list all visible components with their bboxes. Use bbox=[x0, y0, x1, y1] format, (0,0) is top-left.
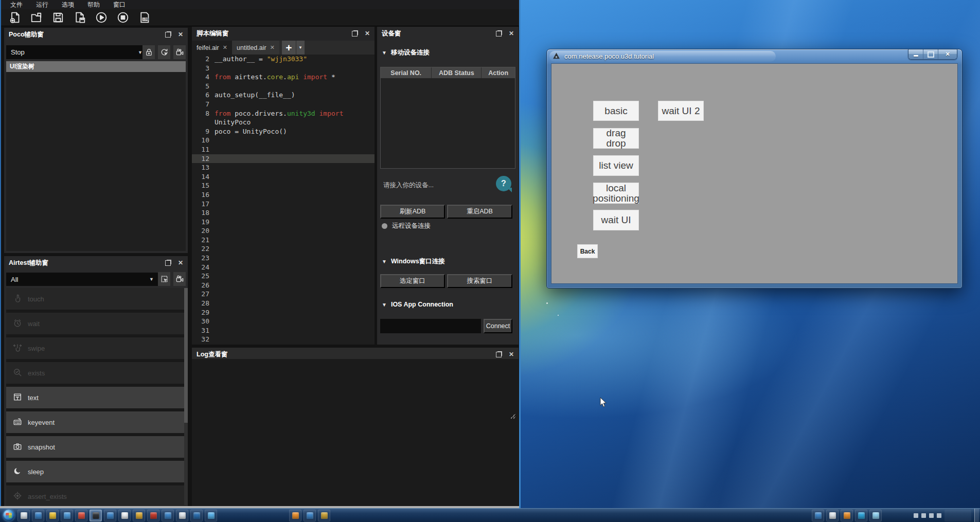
float-panel-icon[interactable] bbox=[165, 260, 171, 266]
windows-connection-section[interactable]: ▼ Windows窗口连接 bbox=[382, 257, 445, 266]
float-panel-icon[interactable] bbox=[496, 352, 502, 357]
view-log-icon[interactable]: LOG bbox=[137, 11, 151, 25]
window-titlebar[interactable]: com.netease.poco.u3d.tutorial ✕ bbox=[547, 49, 962, 63]
menu-item-5[interactable]: 窗口 bbox=[107, 1, 133, 9]
new-tab-caret-icon[interactable]: ▼ bbox=[296, 41, 305, 55]
airtest-action-snapshot[interactable]: snapshot bbox=[6, 436, 186, 458]
stop-script-icon[interactable] bbox=[116, 11, 130, 25]
menu-item-3[interactable]: 选项 bbox=[56, 1, 81, 9]
select-window-button[interactable]: 选定窗口 bbox=[380, 274, 445, 288]
radio-icon[interactable] bbox=[382, 223, 387, 229]
maximize-button[interactable] bbox=[923, 49, 938, 59]
taskbar-app-icon[interactable] bbox=[869, 510, 882, 521]
taskbar-app-icon[interactable] bbox=[812, 510, 824, 521]
mobile-connection-section[interactable]: ▼ 移动设备连接 bbox=[382, 48, 430, 57]
taskbar-app-icon[interactable] bbox=[118, 510, 131, 521]
airtest-action-keyevent[interactable]: keyevent bbox=[6, 411, 186, 433]
tray-icon[interactable] bbox=[921, 513, 926, 518]
tray-icon[interactable] bbox=[937, 513, 941, 518]
save-as-icon[interactable] bbox=[73, 11, 86, 25]
taskbar-app-icon[interactable] bbox=[318, 510, 330, 521]
resize-grip[interactable] bbox=[510, 413, 515, 419]
close-panel-icon[interactable]: ✕ bbox=[178, 260, 183, 266]
save-icon[interactable] bbox=[51, 11, 65, 25]
new-tab-button[interactable]: + bbox=[282, 41, 296, 55]
menu-item-2[interactable]: 运行 bbox=[30, 1, 56, 9]
taskbar-app-icon[interactable] bbox=[176, 510, 188, 521]
close-panel-icon[interactable]: ✕ bbox=[509, 351, 514, 357]
taskbar-app-icon[interactable] bbox=[90, 510, 102, 521]
taskbar-app-icon[interactable] bbox=[75, 510, 87, 521]
editor-tab-feifei.air[interactable]: feifei.air✕ bbox=[192, 41, 232, 55]
new-script-icon[interactable] bbox=[8, 11, 22, 25]
tray-icon[interactable] bbox=[929, 513, 934, 518]
taskbar-app-icon[interactable] bbox=[104, 510, 116, 521]
ios-connection-section[interactable]: ▼ IOS App Connection bbox=[382, 301, 453, 308]
taskbar-app-icon[interactable] bbox=[205, 510, 217, 521]
record-camera-icon[interactable] bbox=[173, 272, 186, 286]
close-button[interactable]: ✕ bbox=[938, 49, 957, 59]
taskbar-app-icon[interactable] bbox=[162, 510, 174, 521]
close-panel-icon[interactable]: ✕ bbox=[178, 31, 183, 38]
taskbar-app-icon[interactable] bbox=[841, 510, 853, 521]
taskbar-app-icon[interactable] bbox=[46, 510, 59, 521]
minimize-button[interactable] bbox=[908, 49, 923, 59]
close-panel-icon[interactable]: ✕ bbox=[365, 30, 370, 37]
taskbar-app-icon[interactable] bbox=[289, 510, 301, 521]
run-script-icon[interactable] bbox=[94, 11, 108, 25]
poco-mode-select[interactable]: Stop ▼ bbox=[6, 45, 147, 59]
app-button-wait-UI[interactable]: wait UI bbox=[593, 210, 639, 230]
code-line: 23 bbox=[192, 254, 375, 263]
taskbar-app-icon[interactable] bbox=[304, 510, 316, 521]
code-line: 3 bbox=[192, 64, 375, 73]
ui-tree-body[interactable] bbox=[6, 72, 186, 251]
refresh-adb-button[interactable]: 刷新ADB bbox=[380, 205, 445, 219]
tab-close-icon[interactable]: ✕ bbox=[270, 44, 275, 51]
app-button-basic[interactable]: basic bbox=[593, 101, 639, 121]
help-icon[interactable]: ? bbox=[496, 176, 511, 191]
lock-icon[interactable] bbox=[142, 45, 155, 59]
airtest-filter-select[interactable]: All ▼ bbox=[6, 273, 158, 286]
log-output-area[interactable] bbox=[192, 359, 519, 506]
restart-adb-button[interactable]: 重启ADB bbox=[447, 205, 512, 219]
taskbar-app-icon[interactable] bbox=[826, 510, 839, 521]
inspector-refresh-icon[interactable] bbox=[158, 45, 170, 59]
app-button-local-positioning[interactable]: local positioning bbox=[593, 183, 639, 204]
float-panel-icon[interactable] bbox=[165, 32, 171, 38]
editor-tab-untitled.air[interactable]: untitled.air✕ bbox=[232, 41, 279, 55]
taskbar-app-icon[interactable] bbox=[147, 510, 159, 521]
record-camera-icon[interactable] bbox=[173, 45, 186, 59]
app-button-wait-UI-2[interactable]: wait UI 2 bbox=[658, 101, 704, 121]
ios-address-input[interactable] bbox=[380, 319, 481, 333]
airtest-action-sleep[interactable]: sleep bbox=[6, 461, 186, 482]
taskbar-app-icon[interactable] bbox=[133, 510, 145, 521]
taskbar-app-icon[interactable] bbox=[190, 510, 203, 521]
tab-close-icon[interactable]: ✕ bbox=[223, 44, 227, 51]
back-button[interactable]: Back bbox=[577, 244, 598, 258]
tray-icon[interactable] bbox=[914, 513, 918, 518]
app-button-list-view[interactable]: list view bbox=[593, 155, 639, 176]
close-panel-icon[interactable]: ✕ bbox=[509, 30, 514, 37]
action-label: wait bbox=[28, 320, 40, 328]
open-script-icon[interactable] bbox=[29, 11, 43, 25]
search-window-button[interactable]: 搜索窗口 bbox=[447, 274, 512, 288]
taskbar-app-icon[interactable] bbox=[17, 510, 30, 521]
show-desktop-button[interactable] bbox=[974, 509, 979, 522]
airtest-action-text[interactable]: text bbox=[6, 387, 186, 408]
taskbar-app-icon[interactable] bbox=[61, 510, 73, 521]
app-button-drag-drop[interactable]: drag drop bbox=[593, 128, 639, 149]
taskbar-app-icon[interactable] bbox=[855, 510, 867, 521]
scrollbar[interactable] bbox=[184, 288, 188, 505]
menu-item-4[interactable]: 帮助 bbox=[81, 1, 107, 9]
code-editor[interactable]: 2__author__ = "wjjn3033"34from airtest.c… bbox=[192, 55, 375, 345]
float-panel-icon[interactable] bbox=[352, 31, 358, 37]
start-button[interactable] bbox=[3, 510, 14, 521]
taskbar-app-icon[interactable] bbox=[32, 510, 44, 521]
taskbar-clock[interactable] bbox=[945, 510, 971, 521]
screenshot-snip-icon[interactable] bbox=[158, 272, 170, 286]
tab-label: feifei.air bbox=[197, 44, 219, 51]
float-panel-icon[interactable] bbox=[496, 31, 502, 37]
code-line: 31 bbox=[192, 326, 375, 335]
menu-item-1[interactable]: 文件 bbox=[4, 1, 30, 9]
ios-connect-button[interactable]: Connect bbox=[484, 319, 512, 333]
